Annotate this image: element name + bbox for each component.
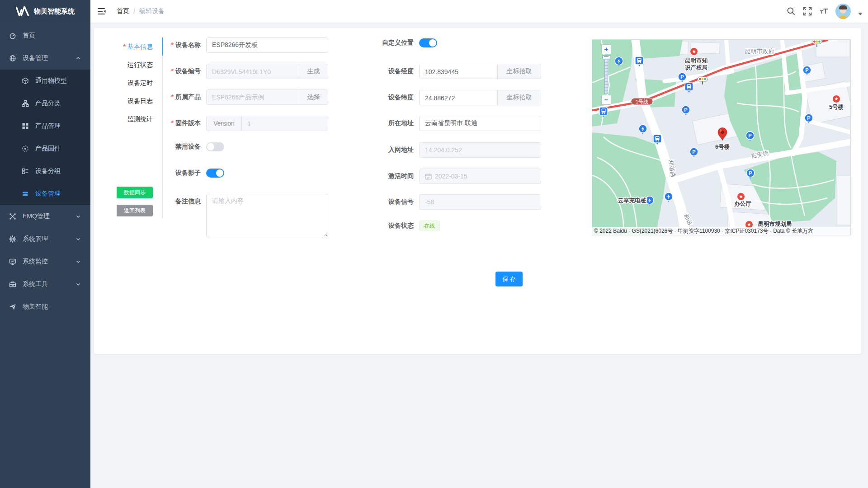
avatar[interactable] bbox=[835, 4, 851, 19]
map-marker-star[interactable] bbox=[737, 193, 745, 201]
monitor-icon bbox=[9, 258, 16, 265]
sidebar-item-label: 系统管理 bbox=[23, 235, 48, 243]
field-device-status: 设备状态 在线 bbox=[358, 221, 440, 231]
field-device-shadow: 设备影子 bbox=[145, 169, 224, 178]
sidebar-item-wumei[interactable]: 物美智能 bbox=[0, 296, 90, 318]
required-asterisk: * bbox=[171, 119, 174, 127]
device-management-submenu: 通用物模型 产品分类 产品管理 产品固件 bbox=[0, 70, 90, 205]
map-label: 识产权局 bbox=[684, 65, 708, 71]
pick-coordinate-button[interactable]: 坐标拾取 bbox=[497, 90, 541, 105]
paper-plane-icon bbox=[9, 303, 16, 310]
generate-button[interactable]: 生成 bbox=[299, 64, 328, 79]
zoom-slider-handle[interactable] bbox=[602, 55, 610, 59]
map-label: 昆明市知 bbox=[685, 57, 708, 64]
sidebar-item-label: 系统监控 bbox=[23, 258, 48, 266]
map-attribution: © 2022 Baidu - GS(2021)6026号 - 甲测资字11009… bbox=[592, 227, 850, 235]
group-list-icon bbox=[22, 168, 29, 175]
map-label: 云享充电桩 bbox=[618, 197, 646, 204]
field-address: 所在地址 bbox=[358, 116, 541, 131]
sidebar-item-label: 产品管理 bbox=[35, 122, 61, 130]
custom-location-switch[interactable] bbox=[419, 38, 437, 47]
required-asterisk: * bbox=[171, 41, 174, 48]
chevron-down-icon bbox=[76, 237, 80, 241]
sidebar-item-device-list[interactable]: 设备管理 bbox=[0, 183, 90, 205]
select-product-button[interactable]: 选择 bbox=[299, 90, 328, 104]
chevron-down-icon bbox=[76, 214, 80, 219]
field-remarks: 备注信息 bbox=[145, 194, 328, 237]
disable-device-switch[interactable] bbox=[206, 142, 224, 151]
breadcrumb-home[interactable]: 首页 bbox=[117, 7, 129, 15]
sidebar-item-home[interactable]: 首页 bbox=[0, 24, 90, 47]
sidebar-item-product-management[interactable]: 产品管理 bbox=[0, 115, 90, 137]
sidebar-item-product-firmware[interactable]: 产品固件 bbox=[0, 137, 90, 160]
sidebar-item-label: EMQ管理 bbox=[23, 212, 50, 221]
baidu-map[interactable]: P bbox=[592, 39, 851, 235]
sidebar-menu: 首页 设备管理 通用物模型 产品分类 bbox=[0, 23, 90, 318]
chevron-down-icon bbox=[76, 282, 80, 286]
metro-line-label: 1号线 bbox=[636, 99, 648, 104]
cube-icon bbox=[22, 77, 29, 84]
sidebar-item-label: 通用物模型 bbox=[35, 77, 67, 85]
font-size-icon[interactable] bbox=[819, 7, 828, 16]
save-button[interactable]: 保 存 bbox=[495, 272, 523, 286]
sidebar-item-system-monitor[interactable]: 系统监控 bbox=[0, 250, 90, 273]
sidebar-item-thing-model[interactable]: 通用物模型 bbox=[0, 70, 90, 92]
sidebar-item-label: 首页 bbox=[23, 32, 35, 40]
field-device-number: *设备编号 生成 bbox=[145, 64, 328, 79]
field-latitude: 设备纬度 坐标拾取 bbox=[358, 90, 541, 105]
device-number-input bbox=[207, 64, 299, 79]
longitude-input[interactable] bbox=[420, 64, 497, 79]
map-label: 昆明市政府 bbox=[745, 48, 774, 55]
field-activation-time: 激活时间 2022-03-15 bbox=[358, 169, 541, 184]
map-marker-star[interactable] bbox=[690, 48, 698, 56]
toolbox-icon bbox=[9, 281, 16, 288]
breadcrumb-separator: / bbox=[133, 8, 135, 15]
fullscreen-icon[interactable] bbox=[803, 7, 812, 16]
remarks-textarea[interactable] bbox=[206, 194, 328, 237]
edit-device-card: *基本信息 运行状态 设备定时 设备日志 监测统计 数据同步 返回列表 *设备名… bbox=[94, 27, 861, 355]
map-label: 昆明市规划局 bbox=[758, 221, 792, 227]
sidebar-item-product-category[interactable]: 产品分类 bbox=[0, 92, 90, 115]
field-product: *所属产品 选择 bbox=[145, 89, 328, 105]
sidebar-item-device-management[interactable]: 设备管理 bbox=[0, 47, 90, 70]
top-navbar: 首页 / 编辑设备 bbox=[90, 0, 868, 23]
latitude-input[interactable] bbox=[420, 90, 497, 105]
network-address-input bbox=[419, 142, 541, 158]
map-marker-star[interactable] bbox=[833, 95, 840, 103]
sidebar-item-system-tools[interactable]: 系统工具 bbox=[0, 273, 90, 296]
chevron-down-icon[interactable] bbox=[858, 13, 863, 15]
sidebar-item-label: 设备管理 bbox=[23, 54, 48, 62]
device-name-input[interactable] bbox=[206, 38, 328, 53]
device-shadow-switch[interactable] bbox=[206, 169, 224, 178]
sidebar-item-system-management[interactable]: 系统管理 bbox=[0, 228, 90, 250]
zoom-slider-track[interactable] bbox=[604, 55, 608, 94]
field-firmware-version: *固件版本 Version bbox=[145, 116, 328, 131]
gear-icon bbox=[9, 235, 16, 243]
map-label: 5号楼 bbox=[829, 104, 844, 110]
firmware-disc-icon bbox=[22, 145, 29, 152]
sidebar-item-emq[interactable]: EMQ管理 bbox=[0, 205, 90, 228]
field-longitude: 设备经度 坐标拾取 bbox=[358, 64, 541, 79]
field-device-name: *设备名称 bbox=[145, 38, 328, 53]
activation-time-input: 2022-03-15 bbox=[419, 169, 541, 184]
pick-coordinate-button[interactable]: 坐标拾取 bbox=[497, 64, 541, 79]
sidebar-toggle-icon[interactable] bbox=[90, 0, 113, 23]
network-icon bbox=[9, 55, 16, 62]
calendar-icon bbox=[425, 173, 432, 180]
app-title: 物美智能系统 bbox=[34, 7, 75, 16]
search-icon[interactable] bbox=[787, 7, 796, 16]
sidebar-item-label: 产品固件 bbox=[35, 145, 61, 153]
status-badge: 在线 bbox=[419, 221, 440, 231]
zoom-out-button[interactable]: − bbox=[601, 95, 611, 105]
breadcrumb: 首页 / 编辑设备 bbox=[117, 7, 165, 15]
logo-mark bbox=[16, 6, 29, 16]
address-input[interactable] bbox=[419, 116, 541, 131]
required-asterisk: * bbox=[171, 67, 174, 75]
sidebar-item-label: 物美智能 bbox=[23, 303, 48, 311]
dashboard-icon bbox=[9, 32, 16, 39]
chevron-down-icon bbox=[76, 259, 80, 264]
zoom-in-button[interactable]: + bbox=[601, 44, 611, 54]
firmware-version-input bbox=[242, 116, 328, 131]
sidebar: 物美智能系统 首页 设备管理 通用物模型 bbox=[0, 0, 90, 488]
sidebar-item-device-group[interactable]: 设备分组 bbox=[0, 160, 90, 183]
